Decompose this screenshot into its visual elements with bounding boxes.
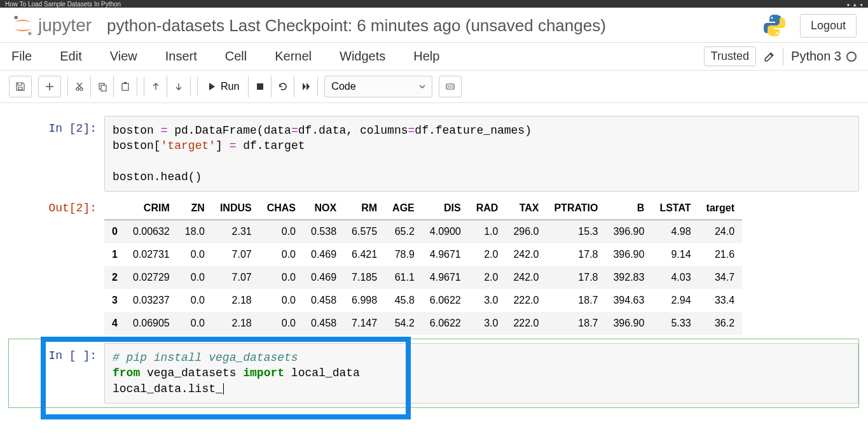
table-cell: 4.9671 — [422, 266, 469, 289]
jupyter-logo[interactable]: jupyter — [11, 14, 92, 37]
table-cell: 5.33 — [652, 312, 698, 335]
row-index: 2 — [104, 266, 125, 289]
table-cell: 4.98 — [652, 220, 698, 244]
paste-button[interactable] — [114, 76, 137, 97]
table-cell: 36.2 — [699, 312, 742, 335]
code-editor[interactable]: boston = pd.DataFrame(data=df.data, colu… — [104, 116, 859, 192]
chevron-down-icon — [419, 83, 425, 90]
input-prompt: In [ ]: — [9, 343, 104, 404]
menu-help[interactable]: Help — [413, 49, 439, 64]
text-cursor — [223, 383, 224, 395]
notebook-area: In [2]: boston = pd.DataFrame(data=df.da… — [0, 103, 868, 431]
row-index: 0 — [104, 220, 125, 244]
table-cell: 2.18 — [212, 312, 259, 335]
table-cell: 0.06905 — [125, 312, 177, 335]
menu-cell[interactable]: Cell — [225, 49, 247, 64]
cut-button[interactable] — [68, 76, 91, 97]
table-cell: 0.469 — [303, 266, 344, 289]
table-cell: 296.0 — [506, 220, 546, 244]
table-cell: 222.0 — [506, 312, 546, 335]
move-group — [144, 76, 191, 97]
column-header: RM — [344, 197, 385, 220]
edit-group — [67, 76, 137, 97]
kernel-status-icon — [846, 52, 857, 62]
column-header: INDUS — [212, 197, 259, 220]
svg-rect-7 — [101, 85, 106, 91]
table-cell: 17.8 — [546, 266, 605, 289]
menu-kernel[interactable]: Kernel — [275, 49, 312, 64]
table-cell: 18.7 — [546, 289, 605, 312]
table-cell: 1.0 — [469, 220, 506, 244]
output-prompt: Out[2]: — [9, 195, 104, 335]
column-header: DIS — [422, 197, 469, 220]
run-group: Run — [197, 76, 318, 97]
table-cell: 0.0 — [177, 312, 212, 335]
move-up-button[interactable] — [144, 76, 167, 97]
kernel-indicator[interactable]: Python 3 — [791, 49, 857, 64]
table-row: 00.0063218.02.310.00.5386.57565.24.09001… — [104, 220, 742, 244]
separator — [783, 48, 783, 66]
table-cell: 21.6 — [699, 243, 742, 266]
table-cell: 0.458 — [303, 289, 344, 312]
table-cell: 18.0 — [177, 220, 212, 244]
table-cell: 0.0 — [259, 312, 303, 335]
table-cell: 0.00632 — [125, 220, 177, 244]
column-header: target — [699, 197, 742, 220]
table-cell: 242.0 — [506, 243, 546, 266]
table-row: 30.032370.02.180.00.4586.99845.86.06223.… — [104, 289, 742, 312]
run-button[interactable]: Run — [198, 76, 249, 97]
table-cell: 65.2 — [385, 220, 422, 244]
table-cell: 0.0 — [177, 289, 212, 312]
table-cell: 4.03 — [652, 266, 698, 289]
restart-button[interactable] — [272, 76, 294, 97]
insert-cell-button[interactable] — [38, 76, 61, 97]
menu-widgets[interactable]: Widgets — [340, 49, 385, 64]
table-cell: 2.94 — [652, 289, 698, 312]
command-palette-button[interactable] — [439, 76, 462, 97]
svg-point-1 — [28, 32, 31, 35]
copy-button[interactable] — [91, 76, 114, 97]
cell-type-select[interactable]: Code — [324, 76, 432, 97]
trusted-badge[interactable]: Trusted — [704, 46, 756, 66]
table-row: 40.069050.02.180.00.4587.14754.26.06223.… — [104, 312, 742, 335]
save-button[interactable] — [9, 76, 32, 97]
move-down-button[interactable] — [167, 76, 190, 97]
table-cell: 6.0622 — [422, 312, 469, 335]
edit-icon[interactable] — [764, 51, 775, 62]
table-cell: 6.575 — [344, 220, 385, 244]
code-editor[interactable]: # pip install vega_datasets from vega_da… — [104, 343, 858, 404]
table-cell: 18.7 — [546, 312, 605, 335]
restart-run-all-button[interactable] — [294, 76, 317, 97]
column-header: ZN — [177, 197, 212, 220]
code-cell[interactable]: In [2]: boston = pd.DataFrame(data=df.da… — [9, 116, 859, 192]
menu-insert[interactable]: Insert — [165, 49, 197, 64]
cell-type-value: Code — [331, 81, 355, 92]
jupyter-icon — [11, 14, 34, 37]
table-row: 20.027290.07.070.00.4697.18561.14.96712.… — [104, 266, 742, 289]
table-cell: 2.0 — [469, 243, 506, 266]
svg-point-3 — [776, 32, 778, 34]
browser-window-controls: ●▲● — [844, 1, 863, 8]
table-cell: 0.0 — [177, 266, 212, 289]
table-cell: 0.0 — [259, 289, 303, 312]
interrupt-button[interactable] — [249, 76, 272, 97]
table-cell: 24.0 — [699, 220, 742, 244]
table-cell: 392.83 — [605, 266, 652, 289]
table-cell: 3.0 — [469, 312, 506, 335]
output-cell: Out[2]: CRIMZNINDUSCHASNOXRMAGEDISRADTAX… — [9, 195, 859, 335]
python-icon — [762, 13, 787, 38]
table-cell: 4.9671 — [422, 243, 469, 266]
logout-button[interactable]: Logout — [800, 14, 857, 38]
menu-edit[interactable]: Edit — [60, 49, 81, 64]
table-cell: 2.31 — [212, 220, 259, 244]
dataframe-table: CRIMZNINDUSCHASNOXRMAGEDISRADTAXPTRATIOB… — [104, 197, 742, 335]
svg-point-5 — [79, 88, 82, 90]
menu-file[interactable]: File — [11, 49, 32, 64]
code-cell-active[interactable]: In [ ]: # pip install vega_datasets from… — [8, 339, 859, 408]
table-cell: 0.0 — [177, 243, 212, 266]
menu-view[interactable]: View — [110, 49, 137, 64]
column-header: PTRATIO — [546, 197, 605, 220]
notebook-title[interactable]: python-datasets Last Checkpoint: 6 minut… — [107, 16, 762, 36]
column-header: AGE — [385, 197, 422, 220]
jupyter-logo-text: jupyter — [38, 15, 92, 36]
